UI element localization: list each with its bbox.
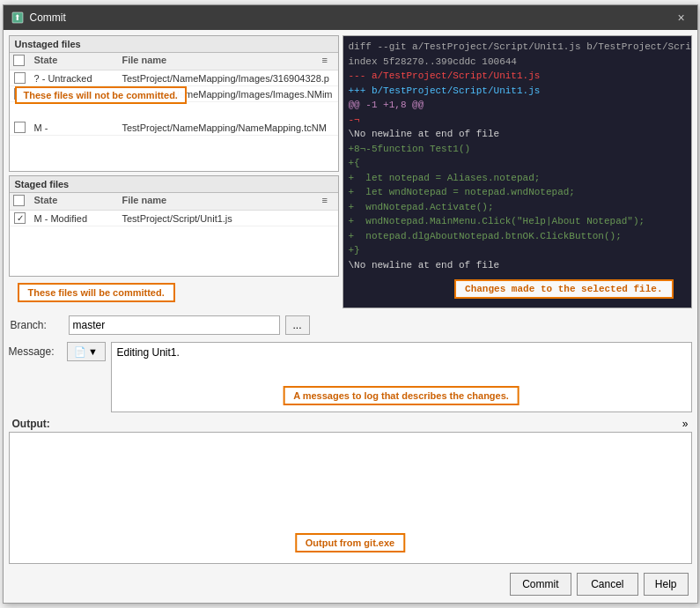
output-label: Output: xyxy=(12,418,50,430)
staged-filename-header: File name xyxy=(119,195,321,208)
unstaged-row-3[interactable]: M - TestProject/NameMapping/NameMapping.… xyxy=(10,120,338,136)
diff-line-7: \No newline at end of file xyxy=(349,127,686,142)
diff-panel: diff --git a/TestProject/Script/Unit1.js… xyxy=(343,35,692,308)
diff-content: diff --git a/TestProject/Script/Unit1.js… xyxy=(343,36,691,308)
diff-line-2: index 5f28270..399cddc 100644 xyxy=(349,55,686,70)
unstaged-name-3: TestProject/NameMapping/NameMapping.tcNM xyxy=(119,122,338,133)
output-header: Output: » xyxy=(9,416,692,432)
close-button[interactable]: × xyxy=(673,9,690,26)
top-section: Unstaged files State File name ≡ xyxy=(9,35,692,308)
unstaged-check-3[interactable] xyxy=(14,122,26,133)
state-col-header: State xyxy=(31,55,119,68)
branch-ellipsis-button[interactable]: ... xyxy=(285,315,310,335)
select-all-checkbox[interactable] xyxy=(13,55,25,66)
diff-line-4: +++ b/TestProject/Script/Unit1.js xyxy=(349,84,686,99)
output-annotation: Output from git.exe xyxy=(295,533,405,552)
message-section: Message: 📄 ▼ Editing Unit1. A messages t… xyxy=(9,342,692,412)
staged-name-1: TestProject/Script/Unit1.js xyxy=(119,213,338,224)
title-bar: ⬆ Commit × xyxy=(4,5,697,30)
unstaged-annotation: These files will not be committed. xyxy=(15,86,187,104)
staged-check-1[interactable] xyxy=(14,212,26,224)
staged-table-header: State File name ≡ xyxy=(10,193,338,211)
staged-check-header xyxy=(10,195,31,208)
unstaged-name-1: TestProject/NameMapping/Images/316904328… xyxy=(119,73,338,84)
staged-file-panel: Staged files State File name ≡ xyxy=(9,175,339,277)
diff-line-15: +} xyxy=(349,243,686,258)
branch-label: Branch: xyxy=(11,319,63,331)
staged-panel-wrapper: Staged files State File name ≡ xyxy=(9,172,339,308)
unstaged-state-3: M - xyxy=(31,122,119,133)
unstaged-header: Unstaged files xyxy=(10,36,338,53)
message-annotation: A messages to log that describes the cha… xyxy=(283,386,519,405)
diff-line-5: @@ -1 +1,8 @@ xyxy=(349,98,686,113)
message-label: Message: xyxy=(9,342,62,358)
staged-state-header: State xyxy=(31,195,119,208)
diff-line-1: diff --git a/TestProject/Script/Unit1.js… xyxy=(349,40,686,55)
staged-sort-icon[interactable]: ≡ xyxy=(321,195,338,208)
diff-line-13: + wndNotepad.MainMenu.Click("Help|About … xyxy=(349,214,686,229)
commit-button[interactable]: Commit xyxy=(510,573,571,596)
diff-line-14: + notepad.dlgAboutNotepad.btnOK.ClickBut… xyxy=(349,229,686,244)
output-arrows[interactable]: » xyxy=(682,418,689,430)
doc-icon: 📄 xyxy=(74,346,86,358)
staged-annotation: These files will be committed. xyxy=(18,283,175,302)
col-check-header xyxy=(10,55,31,68)
unstaged-rows: ? - Untracked TestProject/NameMapping/Im… xyxy=(10,70,338,171)
commit-window: ⬆ Commit × Unstaged files xyxy=(3,4,698,604)
diff-line-8: +8¬-5function Test1() xyxy=(349,142,686,157)
staged-header: Staged files xyxy=(10,176,338,193)
unstaged-panel: Unstaged files State File name ≡ xyxy=(9,35,339,172)
window-title: Commit xyxy=(30,11,66,24)
dropdown-arrow: ▼ xyxy=(88,346,98,357)
filename-col-header: File name xyxy=(119,55,321,68)
unstaged-table: State File name ≡ ? - Untracked TestProj… xyxy=(10,53,338,171)
staged-table: State File name ≡ M - Modified TestProje… xyxy=(10,193,338,276)
unstaged-table-header: State File name ≡ xyxy=(10,53,338,70)
diff-line-9: +{ xyxy=(349,156,686,171)
left-panels: Unstaged files State File name ≡ xyxy=(9,35,339,308)
window-content: Unstaged files State File name ≡ xyxy=(4,30,697,603)
cancel-button[interactable]: Cancel xyxy=(577,573,638,596)
help-button[interactable]: Help xyxy=(644,573,689,596)
diff-line-6: -¬ xyxy=(349,113,686,128)
staged-rows: M - Modified TestProject/Script/Unit1.js xyxy=(10,211,338,276)
unstaged-file-panel: Unstaged files State File name ≡ xyxy=(9,35,339,172)
footer: Commit Cancel Help xyxy=(9,567,692,597)
branch-input[interactable] xyxy=(69,315,280,335)
sort-icon[interactable]: ≡ xyxy=(321,55,338,68)
diff-line-3: --- a/TestProject/Script/Unit1.js xyxy=(349,69,686,84)
diff-annotation: Changes made to the selected file. xyxy=(454,279,673,299)
diff-line-11: + let wndNotepad = notepad.wndNotepad; xyxy=(349,185,686,200)
staged-state-1: M - Modified xyxy=(31,213,119,224)
unstaged-state-1: ? - Untracked xyxy=(31,73,119,84)
branch-section: Branch: ... xyxy=(9,312,692,338)
diff-line-16: \No newline at end of file xyxy=(349,258,686,273)
output-panel: Output from git.exe xyxy=(9,432,692,564)
staged-select-all[interactable] xyxy=(13,195,25,206)
message-toolbar-button[interactable]: 📄 ▼ xyxy=(67,342,106,361)
output-section: Output: » Output from git.exe xyxy=(9,416,692,564)
staged-row-1[interactable]: M - Modified TestProject/Script/Unit1.js xyxy=(10,211,338,226)
svg-text:⬆: ⬆ xyxy=(14,13,21,22)
diff-line-10: + let notepad = Aliases.notepad; xyxy=(349,171,686,186)
double-arrow-icon: » xyxy=(682,418,689,430)
message-area-wrapper: Editing Unit1. A messages to log that de… xyxy=(111,342,692,412)
unstaged-check-1[interactable] xyxy=(14,72,26,84)
window-icon: ⬆ xyxy=(11,11,25,25)
diff-line-12: + wndNotepad.Activate(); xyxy=(349,200,686,215)
unstaged-row-1[interactable]: ? - Untracked TestProject/NameMapping/Im… xyxy=(10,70,338,86)
